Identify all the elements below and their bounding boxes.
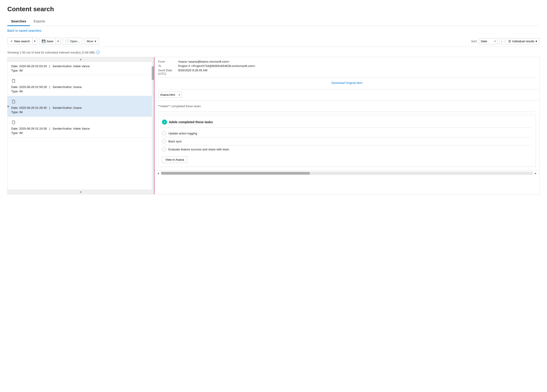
view-in-asana-button[interactable]: View in Asana xyxy=(162,156,187,163)
result-1-meta: Date: 2020-08-26 02:03:34 | Sender/Autho… xyxy=(11,65,150,68)
result-3-sender: Sender/Author: Asana xyxy=(52,106,82,109)
email-raw-text: **Adele** completed these tasks xyxy=(158,105,536,108)
result-2-meta: Date: 2020-08-26 01:59:28 | Sender/Autho… xyxy=(11,85,150,89)
file-icon-4: 🗋 xyxy=(11,120,150,126)
bottom-scrollbar-thumb[interactable] xyxy=(161,172,310,175)
result-3-date: Date: 2020-08-26 01:28:45 xyxy=(11,106,47,109)
open-button[interactable]: 📄 Open... xyxy=(62,38,82,45)
save-split-button[interactable]: 💾 Save ▾ xyxy=(39,38,61,45)
task-circle-1 xyxy=(162,131,166,135)
task-circle-2 xyxy=(162,139,166,143)
result-item-3[interactable]: ► 🗋 Date: 2020-08-26 01:28:45 | Sender/A… xyxy=(7,96,154,117)
sort-select[interactable]: Date Subject Sender Size xyxy=(479,38,498,44)
scroll-down-button[interactable]: ▼ xyxy=(7,190,154,194)
chevron-down-icon-results: ▾ xyxy=(536,40,537,43)
email-to-row: To Project X <ProjectX734@M365x654639.on… xyxy=(158,64,536,68)
results-list: Date: 2020-08-26 02:03:34 | Sender/Autho… xyxy=(7,62,154,190)
plus-icon: ＋ xyxy=(10,39,13,43)
file-icon-3: 🗋 xyxy=(11,99,150,105)
task-header-text: Adele completed these tasks xyxy=(169,120,213,124)
email-header: From Asana <asana@teams.microsoft.com> T… xyxy=(154,57,540,89)
open-label: Open... xyxy=(70,40,80,43)
expand-arrow-3[interactable]: ► xyxy=(7,105,10,108)
main-content: ▲ Date: 2020-08-26 02:03:34 | Sender/Aut… xyxy=(7,57,540,194)
task-header: Adele completed these tasks xyxy=(162,120,532,125)
page-title: Content search xyxy=(7,6,540,13)
task-item-2: Back sync xyxy=(162,137,532,145)
more-button[interactable]: More ▾ xyxy=(84,38,99,45)
to-label: To xyxy=(158,64,176,68)
task-item-3: Evaluate feature success and share with … xyxy=(162,145,532,153)
bottom-scrollbar-track xyxy=(161,172,533,175)
chevron-down-icon-save: ▾ xyxy=(57,40,59,43)
from-value: Asana <asana@teams.microsoft.com> xyxy=(178,60,229,63)
task-circle-3 xyxy=(162,147,166,151)
task-label-2: Back sync xyxy=(168,140,182,143)
tab-searches[interactable]: Searches xyxy=(7,17,30,26)
sort-select-wrap: Date Subject Sender Size xyxy=(479,38,498,44)
new-search-dropdown-button[interactable]: ▾ xyxy=(32,38,37,45)
result-2-type: Type: IM xyxy=(11,90,150,93)
sort-direction-button[interactable]: ↓ xyxy=(499,38,505,44)
email-from-row: From Asana <asana@teams.microsoft.com> xyxy=(158,60,536,63)
result-4-sender: Sender/Author: Adele Vance xyxy=(52,127,90,130)
result-item-4[interactable]: 🗋 Date: 2020-08-26 01:19:36 | Sender/Aut… xyxy=(7,117,154,138)
left-panel: ▲ Date: 2020-08-26 02:03:34 | Sender/Aut… xyxy=(7,57,154,194)
open-icon: 📄 xyxy=(65,39,69,43)
new-search-split-button[interactable]: ＋ New search ▾ xyxy=(7,38,37,45)
new-search-button[interactable]: ＋ New search xyxy=(7,38,32,45)
info-icon[interactable]: i xyxy=(96,51,100,54)
to-value: Project X <ProjectX734@M365x654639.onmic… xyxy=(178,64,255,68)
result-2-sender: Sender/Author: Asana xyxy=(52,85,82,89)
result-item-1[interactable]: Date: 2020-08-26 02:03:34 | Sender/Autho… xyxy=(7,62,154,75)
toolbar: ＋ New search ▾ 💾 Save ▾ 📄 Open... More ▾… xyxy=(7,36,540,47)
email-body: **Adele** completed these tasks Adele co… xyxy=(154,101,540,171)
result-1-date: Date: 2020-08-26 02:03:34 xyxy=(11,65,47,68)
new-search-label: New search xyxy=(14,40,30,43)
format-select[interactable]: Asana.html Original xyxy=(158,92,182,98)
individual-results-button[interactable]: ☰ Individual results ▾ xyxy=(506,38,540,44)
chevron-down-icon-more: ▾ xyxy=(95,40,96,43)
back-to-saved-searches-link[interactable]: Back to saved searches xyxy=(7,29,41,33)
chevron-down-icon: ▾ xyxy=(34,40,35,43)
scroll-left-arrow[interactable]: ◄ xyxy=(156,172,160,175)
save-button[interactable]: 💾 Save xyxy=(39,38,56,44)
results-summary-text: Showing 1-50 out of total 81 estimated i… xyxy=(7,51,95,54)
tabs-bar: Searches Exports xyxy=(7,17,540,26)
scroll-up-button[interactable]: ▲ xyxy=(7,57,154,62)
task-check-green-icon xyxy=(162,120,167,125)
scrollbar-track xyxy=(152,57,154,194)
file-icon-2: 🗋 xyxy=(11,78,150,84)
result-4-meta: Date: 2020-08-26 01:19:36 | Sender/Autho… xyxy=(11,127,150,130)
tab-exports[interactable]: Exports xyxy=(30,17,49,26)
scroll-right-arrow[interactable]: ► xyxy=(534,172,538,175)
task-item-1: Update action logging xyxy=(162,129,532,137)
task-label-1: Update action logging xyxy=(168,132,197,135)
result-3-meta: Date: 2020-08-26 01:28:45 | Sender/Autho… xyxy=(11,106,150,109)
more-icon: More ▾ xyxy=(87,40,96,43)
download-original-link[interactable]: Download Original Item xyxy=(158,79,536,86)
task-label-3: Evaluate feature success and share with … xyxy=(168,148,229,151)
save-dropdown-button[interactable]: ▾ xyxy=(55,38,60,44)
more-label: More xyxy=(87,40,94,43)
from-label: From xyxy=(158,60,176,63)
scrollbar-thumb[interactable] xyxy=(152,66,154,80)
format-selector-wrap: Asana.html Original xyxy=(154,89,540,101)
result-3-type: Type: IM xyxy=(11,110,150,114)
sort-label: Sort: xyxy=(471,40,477,43)
save-icon: 💾 xyxy=(42,39,46,43)
result-4-date: Date: 2020-08-26 01:19:36 xyxy=(11,127,47,130)
format-select-container: Asana.html Original xyxy=(158,92,182,98)
save-label: Save xyxy=(47,40,54,43)
list-icon: ☰ xyxy=(508,40,511,43)
result-item-2[interactable]: 🗋 Date: 2020-08-26 01:59:28 | Sender/Aut… xyxy=(7,75,154,96)
sort-group: Sort: Date Subject Sender Size ↓ ☰ Indiv… xyxy=(471,38,540,44)
right-panel: From Asana <asana@teams.microsoft.com> T… xyxy=(154,57,540,194)
results-info: Showing 1-50 out of total 81 estimated i… xyxy=(7,51,540,54)
senddate-label: Send Date (UTC) xyxy=(158,69,176,75)
senddate-value: 8/26/2020 8:28:45 AM xyxy=(178,69,207,75)
result-2-date: Date: 2020-08-26 01:59:28 xyxy=(11,85,47,89)
bottom-scrollbar: ◄ ► xyxy=(154,171,540,176)
individual-results-label: Individual results xyxy=(512,40,534,43)
result-1-sender: Sender/Author: Adele Vance xyxy=(52,65,90,68)
